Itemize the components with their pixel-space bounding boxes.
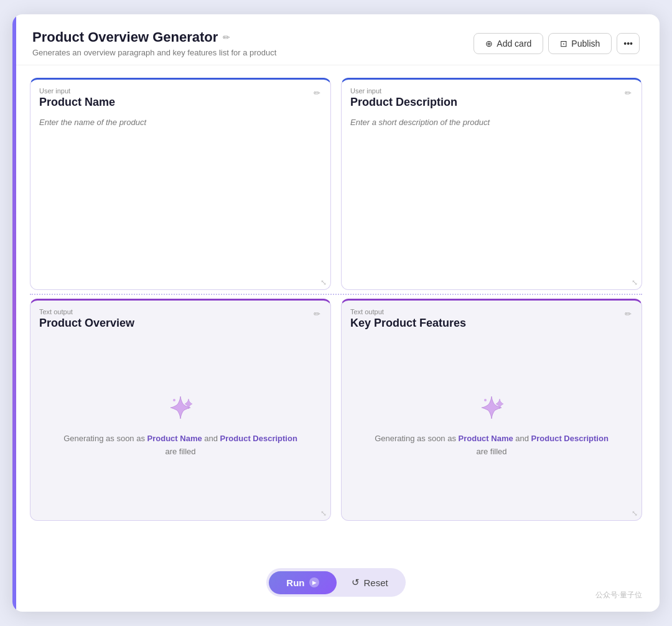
- play-icon: ▶: [309, 577, 319, 587]
- footer: Run ▶ ↺ Reset: [12, 556, 660, 612]
- publish-label: Publish: [571, 39, 600, 49]
- product-description-resize-handle[interactable]: ⤡: [632, 278, 638, 287]
- product-overview-card-info: Text output Product Overview: [39, 308, 134, 330]
- generating-suffix-right: are filled: [476, 447, 506, 456]
- more-icon: •••: [623, 39, 633, 49]
- product-overview-card-title: Product Overview: [39, 317, 134, 330]
- product-overview-card-label: Text output: [39, 308, 134, 315]
- header-left: Product Overview Generator ✏ Generates a…: [32, 29, 276, 57]
- svg-point-1: [484, 399, 487, 401]
- header: Product Overview Generator ✏ Generates a…: [12, 14, 660, 65]
- reset-button[interactable]: ↺ Reset: [337, 571, 403, 594]
- product-description-edit-icon[interactable]: ✏: [623, 87, 633, 99]
- key-features-card: Text output Key Product Features ✏: [341, 299, 642, 521]
- product-description-input[interactable]: [350, 118, 633, 279]
- sparkle-icon-left: [166, 393, 195, 423]
- product-name-highlight-left: Product Name: [147, 434, 202, 443]
- publish-icon: ⊡: [560, 39, 567, 49]
- top-cards-row: User input Product Name ✏ ⤡ User input P…: [30, 78, 642, 290]
- reset-icon: ↺: [352, 577, 360, 588]
- generating-middle-right: and: [513, 434, 531, 443]
- product-overview-resize-handle[interactable]: ⤡: [320, 509, 327, 518]
- product-description-card-header: User input Product Description ✏: [342, 80, 642, 113]
- plus-circle-icon: ⊕: [485, 39, 493, 49]
- key-features-resize-handle[interactable]: ⤡: [632, 509, 638, 518]
- key-features-card-header: Text output Key Product Features ✏: [342, 301, 642, 334]
- header-actions: ⊕ Add card ⊡ Publish •••: [474, 33, 640, 54]
- key-features-generating-text: Generating as soon as Product Name and P…: [375, 432, 609, 459]
- run-button[interactable]: Run ▶: [269, 571, 337, 594]
- add-card-button[interactable]: ⊕ Add card: [474, 33, 543, 54]
- key-features-card-info: Text output Key Product Features: [350, 308, 466, 330]
- more-options-button[interactable]: •••: [617, 33, 640, 54]
- product-name-card-body: [30, 113, 330, 289]
- product-name-card-info: User input Product Name: [39, 87, 115, 109]
- run-label: Run: [286, 577, 304, 588]
- product-description-card-title: Product Description: [350, 96, 457, 109]
- generating-prefix-right: Generating as soon as: [375, 434, 458, 443]
- generating-middle-left: and: [202, 434, 220, 443]
- key-features-edit-icon[interactable]: ✏: [623, 308, 633, 320]
- product-desc-highlight-right: Product Description: [531, 434, 609, 443]
- product-overview-edit-icon[interactable]: ✏: [312, 308, 322, 320]
- product-description-card: User input Product Description ✏ ⤡: [341, 78, 642, 290]
- generating-suffix-left: are filled: [165, 447, 195, 456]
- sparkle-icon-right: [477, 393, 506, 423]
- product-name-resize-handle[interactable]: ⤡: [320, 278, 327, 287]
- section-separator: [30, 292, 642, 296]
- add-card-label: Add card: [497, 39, 531, 49]
- product-name-edit-icon[interactable]: ✏: [312, 87, 322, 99]
- title-edit-icon[interactable]: ✏: [223, 32, 230, 42]
- bottom-cards-row: Text output Product Overview ✏ Ge: [30, 299, 642, 521]
- key-features-card-title: Key Product Features: [350, 317, 466, 330]
- page-title: Product Overview Generator: [32, 29, 218, 45]
- product-overview-card-header: Text output Product Overview ✏: [30, 301, 330, 334]
- product-description-card-info: User input Product Description: [350, 87, 457, 109]
- product-overview-card: Text output Product Overview ✏ Ge: [30, 299, 331, 521]
- product-description-card-body: [342, 113, 642, 289]
- app-container: Product Overview Generator ✏ Generates a…: [12, 14, 660, 612]
- product-overview-generating-text: Generating as soon as Product Name and P…: [63, 432, 297, 459]
- key-features-card-body: Generating as soon as Product Name and P…: [342, 334, 642, 520]
- page-subtitle: Generates an overview paragraph and key …: [32, 48, 276, 57]
- main-canvas: User input Product Name ✏ ⤡ User input P…: [12, 65, 660, 556]
- watermark: 公众号·量子位: [595, 590, 642, 600]
- product-overview-card-body: Generating as soon as Product Name and P…: [30, 334, 330, 520]
- product-name-card-header: User input Product Name ✏: [30, 80, 330, 113]
- product-name-highlight-right: Product Name: [459, 434, 513, 443]
- product-desc-highlight-left: Product Description: [220, 434, 297, 443]
- product-name-card: User input Product Name ✏ ⤡: [30, 78, 331, 290]
- publish-button[interactable]: ⊡ Publish: [548, 33, 612, 54]
- product-name-input[interactable]: [39, 118, 322, 279]
- title-row: Product Overview Generator ✏: [32, 29, 276, 45]
- product-name-card-title: Product Name: [39, 96, 115, 109]
- reset-label: Reset: [363, 577, 388, 588]
- run-reset-group: Run ▶ ↺ Reset: [266, 568, 405, 597]
- product-description-card-label: User input: [350, 87, 457, 95]
- key-features-card-label: Text output: [350, 308, 466, 315]
- dotted-line: [30, 294, 642, 295]
- product-name-card-label: User input: [39, 87, 115, 95]
- generating-prefix-left: Generating as soon as: [63, 434, 147, 443]
- svg-point-0: [173, 399, 175, 401]
